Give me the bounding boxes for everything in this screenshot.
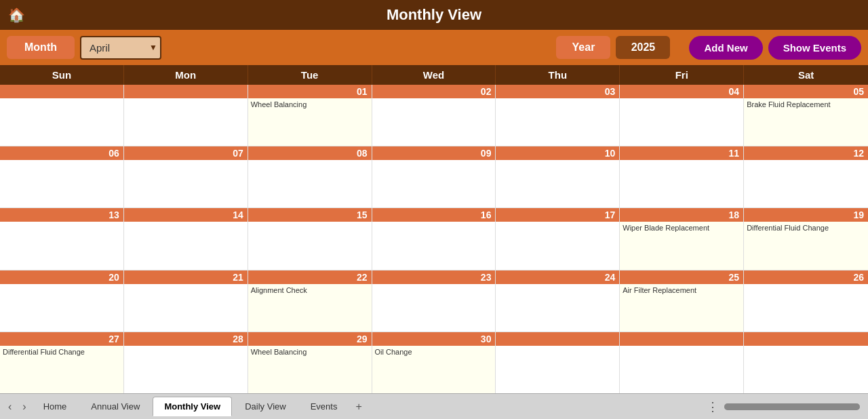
day-cell	[620, 332, 744, 393]
day-cell: 03	[496, 85, 620, 146]
tab-slider[interactable]	[724, 403, 860, 410]
day-events	[620, 346, 743, 393]
month-select[interactable]: JanuaryFebruaryMarchAprilMayJuneJulyAugu…	[80, 36, 161, 60]
day-number: 15	[248, 208, 372, 222]
day-events	[0, 160, 123, 207]
week-row-0: 01Wheel Balancing02030405Brake Fluid Rep…	[0, 85, 868, 146]
day-events	[744, 346, 868, 393]
tab-monthly-view[interactable]: Monthly View	[153, 397, 232, 416]
day-cell	[496, 332, 620, 393]
day-cell: 04	[620, 85, 744, 146]
day-events	[496, 160, 619, 207]
add-new-button[interactable]: Add New	[689, 36, 762, 60]
day-cell: 20	[0, 271, 124, 332]
day-cell: 14	[124, 208, 248, 269]
show-events-button[interactable]: Show Events	[768, 36, 861, 60]
home-icon[interactable]: 🏠	[8, 7, 25, 23]
day-cell	[124, 85, 248, 146]
day-events: Oil Change	[372, 346, 496, 393]
tab-home[interactable]: Home	[32, 397, 79, 416]
day-number: 10	[496, 146, 619, 160]
day-events	[496, 98, 619, 146]
day-events	[124, 98, 248, 146]
day-number: 25	[620, 271, 743, 284]
day-number: 23	[372, 271, 496, 284]
day-events	[620, 98, 743, 146]
day-events	[124, 284, 248, 332]
day-events	[0, 284, 123, 332]
event-item[interactable]: Differential Fluid Change	[3, 348, 121, 356]
day-headers: SunMonTueWedThuFriSat	[0, 65, 868, 85]
prev-tab-button[interactable]: ‹	[3, 398, 17, 416]
week-row-1: 06070809101112	[0, 146, 868, 208]
day-cell: 24	[496, 271, 620, 332]
event-item[interactable]: Brake Fluid Replacement	[747, 100, 865, 108]
tab-daily-view[interactable]: Daily View	[233, 397, 297, 416]
day-header-tue: Tue	[248, 65, 372, 85]
day-cell: 21	[124, 271, 248, 332]
day-number: 29	[248, 332, 372, 346]
day-number: 11	[620, 146, 743, 160]
day-cell: 16	[372, 208, 496, 269]
day-cell: 02	[372, 85, 496, 146]
day-events	[372, 160, 496, 207]
event-item[interactable]: Differential Fluid Change	[747, 224, 865, 232]
day-number: 26	[744, 271, 868, 284]
tab-menu-button[interactable]: ⋮	[701, 397, 724, 417]
day-number: 20	[0, 271, 123, 284]
day-events	[496, 222, 619, 269]
event-item[interactable]: Wheel Balancing	[251, 100, 369, 108]
day-events: Wheel Balancing	[248, 98, 372, 146]
day-cell: 11	[620, 146, 744, 207]
calendar-body: 01Wheel Balancing02030405Brake Fluid Rep…	[0, 85, 868, 393]
event-item[interactable]: Alignment Check	[251, 286, 369, 294]
month-label: Month	[7, 36, 75, 59]
day-events	[248, 222, 372, 269]
calendar: SunMonTueWedThuFriSat 01Wheel Balancing0…	[0, 65, 868, 393]
day-events	[744, 160, 868, 207]
tab-annual-view[interactable]: Annual View	[79, 397, 151, 416]
day-events	[124, 160, 248, 207]
day-cell: 26	[744, 271, 868, 332]
day-header-wed: Wed	[372, 65, 496, 85]
tabs-container: HomeAnnual ViewMonthly ViewDaily ViewEve…	[32, 397, 349, 416]
day-number: 04	[620, 85, 743, 98]
event-item[interactable]: Air Filter Replacement	[623, 286, 741, 294]
add-tab-button[interactable]: +	[349, 398, 368, 416]
tab-events[interactable]: Events	[299, 397, 349, 416]
day-number: 27	[0, 332, 123, 346]
day-events	[496, 346, 619, 393]
day-number	[124, 85, 248, 98]
event-item[interactable]: Oil Change	[375, 348, 493, 356]
day-cell: 17	[496, 208, 620, 269]
event-item[interactable]: Wiper Blade Replacement	[623, 224, 741, 232]
day-number: 06	[0, 146, 123, 160]
day-cell: 22Alignment Check	[248, 271, 372, 332]
day-number: 13	[0, 208, 123, 222]
week-row-3: 202122Alignment Check232425Air Filter Re…	[0, 271, 868, 332]
year-value: 2025	[616, 36, 670, 59]
week-row-2: 131415161718Wiper Blade Replacement19Dif…	[0, 208, 868, 270]
day-events	[124, 222, 248, 269]
day-number: 22	[248, 271, 372, 284]
day-cell: 29Wheel Balancing	[248, 332, 372, 393]
day-number: 24	[496, 271, 619, 284]
tab-bar: ‹ › HomeAnnual ViewMonthly ViewDaily Vie…	[0, 393, 868, 419]
next-tab-button[interactable]: ›	[17, 398, 31, 416]
day-header-fri: Fri	[620, 65, 744, 85]
day-cell: 23	[372, 271, 496, 332]
day-number: 17	[496, 208, 619, 222]
controls-bar: Month JanuaryFebruaryMarchAprilMayJuneJu…	[0, 30, 868, 65]
day-cell: 28	[124, 332, 248, 393]
day-events	[744, 284, 868, 332]
day-cell: 12	[744, 146, 868, 207]
day-number	[744, 332, 868, 346]
day-number: 09	[372, 146, 496, 160]
day-number: 28	[124, 332, 248, 346]
day-events: Brake Fluid Replacement	[744, 98, 868, 146]
day-cell: 25Air Filter Replacement	[620, 271, 744, 332]
event-item[interactable]: Wheel Balancing	[251, 348, 369, 356]
day-header-mon: Mon	[124, 65, 248, 85]
day-cell: 06	[0, 146, 124, 207]
day-events: Wheel Balancing	[248, 346, 372, 393]
